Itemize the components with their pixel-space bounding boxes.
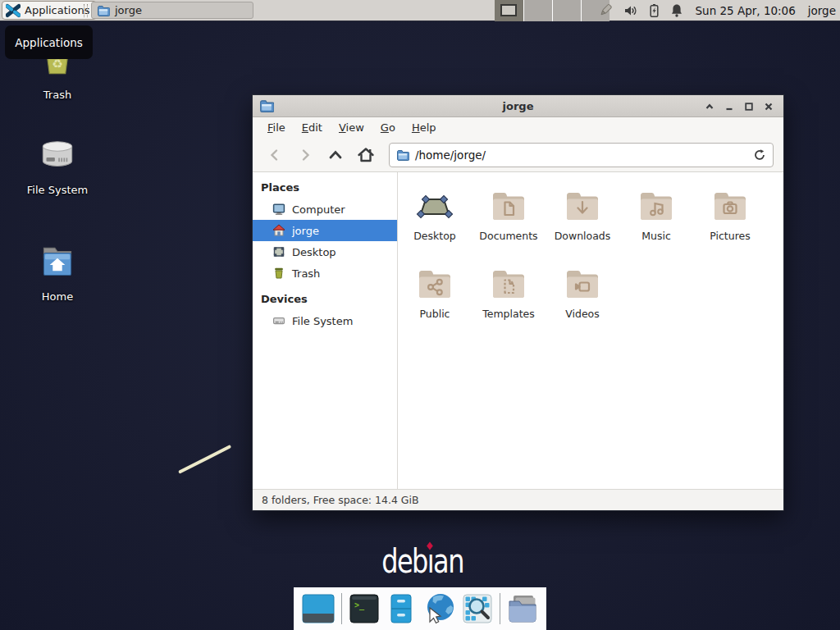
- home-folder-icon: [35, 241, 80, 285]
- battery-charging-icon[interactable]: [648, 3, 660, 18]
- applications-menu-button[interactable]: Applications: [2, 1, 97, 20]
- desktop-icon-file-system[interactable]: File System: [23, 135, 92, 196]
- sidebar-item-file-system[interactable]: File System: [253, 310, 397, 331]
- folder-item-documents[interactable]: Documents: [472, 180, 546, 258]
- folder-view[interactable]: Desktop Documents: [398, 172, 783, 489]
- menu-view[interactable]: View: [331, 117, 372, 138]
- workspace-switcher[interactable]: [495, 0, 609, 21]
- menu-help[interactable]: Help: [404, 117, 445, 138]
- downloads-folder-icon: [563, 185, 602, 225]
- forward-button[interactable]: [293, 143, 317, 167]
- taskbar-window-label: jorge: [115, 4, 142, 16]
- svg-text:>_: >_: [354, 600, 365, 610]
- folder-item-desktop[interactable]: Desktop: [398, 180, 472, 258]
- folder-item-videos[interactable]: Videos: [546, 258, 619, 336]
- taskbar-window-button[interactable]: jorge: [91, 2, 253, 19]
- desktop-icon-label: File System: [27, 184, 88, 196]
- home-button[interactable]: [354, 143, 378, 167]
- sidebar-header-places: Places: [253, 177, 397, 199]
- sidebar: Places Computer: [253, 172, 398, 489]
- folder-item-pictures[interactable]: Pictures: [693, 180, 767, 258]
- panel-handle[interactable]: [84, 4, 88, 17]
- shade-button[interactable]: [700, 97, 719, 116]
- location-bar[interactable]: /home/jorge/: [389, 143, 774, 167]
- sidebar-item-label: Computer: [292, 203, 345, 216]
- web-browser-globe-icon[interactable]: [423, 592, 456, 625]
- sidebar-item-desktop[interactable]: Desktop: [253, 241, 397, 262]
- folder-item-label: Music: [641, 230, 671, 242]
- statusbar-text: 8 folders, Free space: 14.4 GiB: [262, 494, 419, 506]
- system-tray: Sun 25 Apr, 10:06 jorge: [598, 0, 838, 21]
- folder-item-downloads[interactable]: Downloads: [546, 180, 619, 258]
- panel-username: jorge: [808, 4, 836, 17]
- documents-folder-icon: [489, 185, 528, 225]
- close-button[interactable]: [759, 97, 778, 116]
- up-button[interactable]: [323, 143, 348, 167]
- videos-folder-icon: [563, 263, 602, 303]
- folder-item-label: Documents: [479, 230, 537, 242]
- desktop-icon-label: Home: [42, 290, 73, 303]
- directory-menu-folder-icon[interactable]: [506, 593, 539, 624]
- volume-icon[interactable]: [623, 3, 638, 18]
- folder-item-public[interactable]: Public: [398, 258, 472, 336]
- applications-tooltip-text: Applications: [15, 36, 82, 49]
- home-icon: [272, 224, 285, 237]
- reload-icon[interactable]: [753, 148, 766, 162]
- workspace-2[interactable]: [523, 0, 552, 21]
- folder-item-label: Pictures: [710, 230, 751, 242]
- pictures-folder-icon: [710, 185, 750, 225]
- folder-item-label: Public: [420, 308, 450, 320]
- sidebar-item-computer[interactable]: Computer: [253, 199, 397, 220]
- statusbar: 8 folders, Free space: 14.4 GiB: [253, 489, 783, 510]
- public-folder-icon: [415, 263, 454, 303]
- sidebar-item-label: File System: [292, 315, 353, 327]
- desktop-trapezoid-icon: [415, 185, 454, 225]
- sidebar-item-label: Trash: [292, 267, 320, 280]
- sidebar-item-label: Desktop: [292, 246, 336, 258]
- sidebar-header-devices: Devices: [253, 289, 397, 310]
- trash-icon: [272, 267, 285, 280]
- brand-i: ı: [427, 541, 433, 581]
- window-titlebar[interactable]: jorge: [253, 95, 783, 117]
- show-desktop-icon[interactable]: [301, 592, 336, 625]
- terminal-icon[interactable]: >_: [349, 593, 380, 624]
- maximize-button[interactable]: [739, 97, 759, 116]
- menu-edit[interactable]: Edit: [294, 117, 331, 138]
- path-input[interactable]: /home/jorge/: [415, 148, 747, 162]
- hard-drive-icon: [35, 135, 80, 179]
- menubar: File Edit View Go Help: [253, 117, 783, 138]
- folder-item-label: Videos: [565, 308, 600, 320]
- desktop-icon: [272, 245, 285, 258]
- sidebar-item-label: jorge: [292, 225, 319, 237]
- dock-separator: [500, 593, 500, 624]
- application-finder-icon[interactable]: [462, 593, 493, 624]
- dock-panel: >_: [294, 587, 546, 630]
- toolbar: /home/jorge/: [253, 138, 783, 172]
- folder-item-label: Templates: [482, 308, 535, 320]
- templates-folder-icon: [489, 263, 528, 303]
- menu-go[interactable]: Go: [372, 117, 404, 138]
- computer-icon: [272, 203, 285, 216]
- back-button[interactable]: [262, 143, 287, 167]
- notifications-bell-icon[interactable]: [670, 3, 683, 18]
- minimize-button[interactable]: [719, 97, 739, 116]
- sidebar-item-trash[interactable]: Trash: [253, 262, 397, 284]
- workspace-1[interactable]: [495, 0, 523, 21]
- menu-file[interactable]: File: [259, 117, 294, 138]
- panel-clock[interactable]: Sun 25 Apr, 10:06: [696, 4, 796, 17]
- file-cabinet-icon[interactable]: [386, 593, 417, 624]
- folder-item-label: Desktop: [413, 230, 456, 242]
- applications-menu-label: Applications: [25, 4, 89, 16]
- desktop-icon-label: Trash: [43, 89, 71, 101]
- folder-item-music[interactable]: Music: [619, 180, 693, 258]
- brand-text: deb: [381, 541, 427, 581]
- sidebar-item-jorge[interactable]: jorge: [253, 220, 397, 241]
- folder-icon: [396, 148, 409, 162]
- desktop-icon-home[interactable]: Home: [23, 241, 92, 303]
- folder-item-templates[interactable]: Templates: [472, 258, 546, 336]
- top-panel: Applications jorge: [0, 0, 840, 21]
- stylus-icon[interactable]: [598, 3, 614, 19]
- file-manager-window: jorge File Edit View Go Help: [252, 94, 784, 511]
- wallpaper-swirl-stroke: [178, 445, 231, 474]
- workspace-3[interactable]: [552, 0, 581, 21]
